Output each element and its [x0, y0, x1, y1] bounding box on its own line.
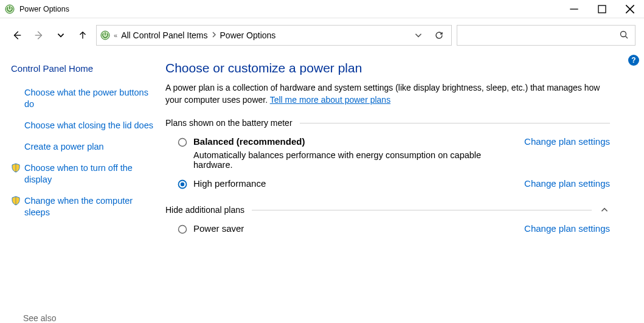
plan-radio[interactable]	[178, 179, 187, 189]
back-button[interactable]	[9, 27, 26, 44]
shield-icon	[11, 196, 21, 206]
task-label: Choose what closing the lid does	[24, 120, 153, 131]
recent-locations-dropdown[interactable]	[52, 27, 69, 44]
svg-point-14	[179, 226, 187, 234]
plan-desc: Automatically balances performance with …	[193, 150, 514, 170]
plan-name: High performance	[193, 178, 514, 189]
svg-point-10	[179, 139, 187, 147]
plan-radio[interactable]	[178, 137, 187, 147]
task-label: Choose when to turn off the display	[24, 162, 153, 186]
minimize-button[interactable]	[560, 0, 588, 18]
task-lid-close[interactable]: Choose what closing the lid does	[11, 120, 153, 131]
svg-point-15	[181, 227, 184, 231]
window-title: Power Options	[19, 5, 69, 13]
change-plan-settings-link[interactable]: Change plan settings	[524, 136, 610, 147]
control-panel-home-link[interactable]: Control Panel Home	[11, 63, 153, 74]
svg-point-11	[181, 141, 184, 144]
breadcrumb-segment[interactable]: Power Options	[220, 30, 276, 40]
additional-plans-section: Hide additional plans Power saver Change…	[165, 205, 610, 234]
titlebar: Power Options	[0, 0, 644, 18]
power-options-app-icon	[5, 4, 15, 14]
breadcrumb: All Control Panel Items Power Options	[121, 30, 275, 40]
task-label: Create a power plan	[24, 141, 153, 153]
see-also-heading: See also	[23, 313, 56, 323]
task-label: Choose what the power buttons do	[24, 87, 153, 110]
nav-bar: « All Control Panel Items Power Options	[0, 18, 644, 52]
refresh-button[interactable]	[431, 27, 448, 44]
breadcrumb-segment[interactable]: All Control Panel Items	[121, 30, 207, 40]
search-icon[interactable]	[619, 30, 629, 41]
task-display-off[interactable]: Choose when to turn off the display	[11, 162, 153, 186]
change-plan-settings-link[interactable]: Change plan settings	[524, 223, 610, 234]
page-heading: Choose or customize a power plan	[165, 61, 610, 75]
power-options-location-icon	[100, 30, 110, 40]
task-pane: Control Panel Home Choose what the power…	[0, 52, 158, 323]
change-plan-settings-link[interactable]: Change plan settings	[524, 178, 610, 189]
plan-name: Balanced (recommended)	[193, 136, 514, 147]
forward-button[interactable]	[30, 27, 47, 44]
task-sleep[interactable]: Change when the computer sleeps	[11, 195, 153, 218]
plan-power-saver: Power saver Change plan settings	[165, 215, 610, 234]
breadcrumb-chevron-icon[interactable]	[212, 32, 216, 39]
plan-high-performance: High performance Change plan settings	[165, 170, 610, 189]
preferred-plans-section: Plans shown on the battery meter Balance…	[165, 118, 610, 189]
plan-name: Power saver	[193, 223, 514, 234]
plan-radio[interactable]	[178, 224, 187, 234]
content-pane: Choose or customize a power plan A power…	[158, 52, 644, 323]
task-power-buttons[interactable]: Choose what the power buttons do	[11, 87, 153, 110]
svg-rect-2	[598, 5, 606, 13]
search-input[interactable]	[463, 30, 619, 41]
up-button[interactable]	[74, 27, 91, 44]
shield-icon	[11, 163, 21, 173]
address-bar[interactable]: « All Control Panel Items Power Options	[96, 25, 452, 46]
breadcrumb-overflow-icon[interactable]: «	[114, 32, 117, 39]
task-label: Change when the computer sleeps	[24, 195, 153, 218]
page-lead: A power plan is a collection of hardware…	[165, 82, 610, 106]
maximize-button[interactable]	[588, 0, 616, 18]
help-icon[interactable]: ?	[628, 55, 639, 66]
close-button[interactable]	[616, 0, 644, 18]
svg-point-13	[181, 182, 184, 186]
svg-point-8	[621, 31, 626, 36]
section-legend: Plans shown on the battery meter	[165, 118, 293, 128]
section-rule	[300, 123, 610, 123]
task-create-plan[interactable]: Create a power plan	[11, 141, 153, 153]
plan-balanced: Balanced (recommended) Automatically bal…	[165, 128, 610, 170]
collapse-section-button[interactable]	[599, 205, 610, 215]
svg-line-9	[626, 36, 628, 38]
lead-help-link[interactable]: Tell me more about power plans	[270, 95, 390, 105]
section-rule	[252, 210, 592, 210]
section-legend: Hide additional plans	[165, 205, 244, 215]
search-box[interactable]	[457, 25, 635, 46]
address-history-dropdown[interactable]	[410, 27, 427, 44]
